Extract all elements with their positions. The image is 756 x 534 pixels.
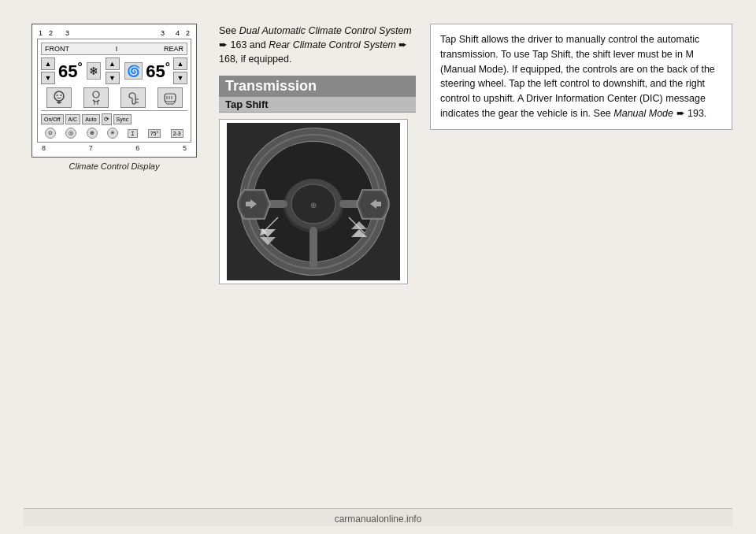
right-text-ref: 193 [687,108,704,119]
climate-display-box: 1 2 3 3 4 2 FRONT I REAR [32,24,197,158]
text-arrow2: ➨ [396,39,407,50]
climate-main-row: ▲ ▼ 65° ❄ ▲ ▼ [41,57,187,84]
on-off-btn[interactable]: On/Off [41,114,64,124]
svg-point-4 [60,95,61,96]
steering-wheel-image: ⊕ [219,119,408,284]
num-label-4: 4 [176,29,180,37]
num-label-3b: 3 [161,29,165,37]
climate-bottom-row: On/Off A/C Auto ⟳ Sync [41,110,187,125]
climate-text-block: See Dual Automatic Climate Control Syste… [219,24,416,66]
divider-label: I [116,45,118,53]
num-label-5: 5 [183,144,187,152]
num-label-1: 1 [39,29,43,37]
num-label-2b: 2 [186,29,190,37]
fan-speed-up[interactable]: ▲ [106,57,120,70]
middle-column: See Dual Automatic Climate Control Syste… [219,24,416,499]
text-and: and [246,39,269,50]
right-text-italic: Manual Mode [613,108,673,119]
fan-icon[interactable]: 🌀 [124,62,143,80]
watermark-bar: carmanualonline.info [24,508,732,526]
transmission-header: Transmission [219,76,416,97]
right-text-main: Tap Shift allows the driver to manually … [440,34,715,119]
recirc-btn[interactable]: ⟳ [102,113,112,125]
svg-point-0 [54,91,64,101]
right-temp-down[interactable]: ▼ [173,72,187,84]
rear-label: REAR [164,45,183,53]
text-italic1: Dual Automatic Climate Control System [239,25,412,36]
text-ref1: 163 [230,39,246,50]
watermark-text: carmanualonline.info [335,514,422,525]
num-label-7: 7 [89,144,93,152]
climate-display-inner: FRONT I REAR ▲ ▼ 65° [37,39,191,143]
tap-shift-description: Tap Shift allows the driver to manually … [430,24,732,130]
front-label: FRONT [45,45,69,53]
auto-btn[interactable]: Auto [82,114,99,124]
svg-text:⊕: ⊕ [310,201,317,210]
fan-speed-down[interactable]: ▼ [106,72,120,84]
num-label-6: 6 [135,144,139,152]
sync-btn[interactable]: Sync [113,114,132,124]
text-if-equipped: , if equipped. [235,54,292,65]
fan-speed-arrows: ▲ ▼ [106,57,120,84]
steering-wheel-svg: ⊕ [227,123,400,280]
snowflake-icon[interactable]: ❄ [87,62,101,80]
mode-btn-face[interactable] [46,87,72,108]
ac-btn[interactable]: A/C [65,114,81,124]
page-container: 1 2 3 3 4 2 FRONT I REAR [0,0,756,534]
text-arrow1: ➨ [219,39,230,50]
left-column: 1 2 3 3 4 2 FRONT I REAR [24,24,205,499]
svg-point-3 [56,95,57,96]
mode-btn-feet[interactable] [120,87,146,108]
bottom-number-labels: 8 7 6 5 [37,143,191,152]
text-see: See [219,25,239,36]
climate-display-caption: Climate Control Display [69,161,160,171]
text-ref2: 168 [219,54,235,65]
left-temp-down[interactable]: ▼ [41,72,55,84]
right-text-arrow: ➨ [673,108,687,119]
mode-btn-face-feet[interactable] [83,87,109,108]
seat-heat-icon[interactable]: ⊙ [45,128,56,139]
temp-reading-display: 75° [148,129,161,138]
bottom-icons-row: ⊙ ◎ ⊕ ✳ ꀤ 75° 2-3 [41,125,187,139]
tap-shift-subheader: Tap Shift [219,97,416,113]
num-label-3a: 3 [65,29,69,37]
content-row: 1 2 3 3 4 2 FRONT I REAR [24,24,732,499]
right-temp-arrows[interactable]: ▲ ▼ [173,57,187,84]
center-controls: ❄ ▲ ▼ 🌀 [87,57,143,84]
left-temp-arrows[interactable]: ▲ ▼ [41,57,55,84]
left-temp-display: 65° [58,61,83,80]
right-column: Tap Shift allows the driver to manually … [430,24,732,499]
air-quality-icon[interactable]: ꀤ [128,129,138,138]
right-temp-display: 65° [146,61,170,80]
rear-defrost-icon[interactable]: ✳ [107,128,118,139]
mode-btn-defrost[interactable] [158,87,183,108]
page-indicator: 2-3 [171,129,183,138]
seat-vent-icon[interactable]: ◎ [65,128,76,139]
svg-point-5 [93,91,99,98]
steering-heat-icon[interactable]: ⊕ [87,128,98,139]
num-label-2: 2 [49,29,53,37]
mode-buttons-row [41,87,187,108]
svg-rect-10 [165,94,176,102]
right-text-period: . [704,108,706,119]
right-temp-up[interactable]: ▲ [173,57,187,70]
top-number-labels: 1 2 3 3 4 2 [37,29,191,37]
num-label-8: 8 [42,144,46,152]
text-italic2: Rear Climate Control System [269,39,396,50]
left-temp-up[interactable]: ▲ [41,57,55,70]
climate-top-bar: FRONT I REAR [41,43,187,55]
